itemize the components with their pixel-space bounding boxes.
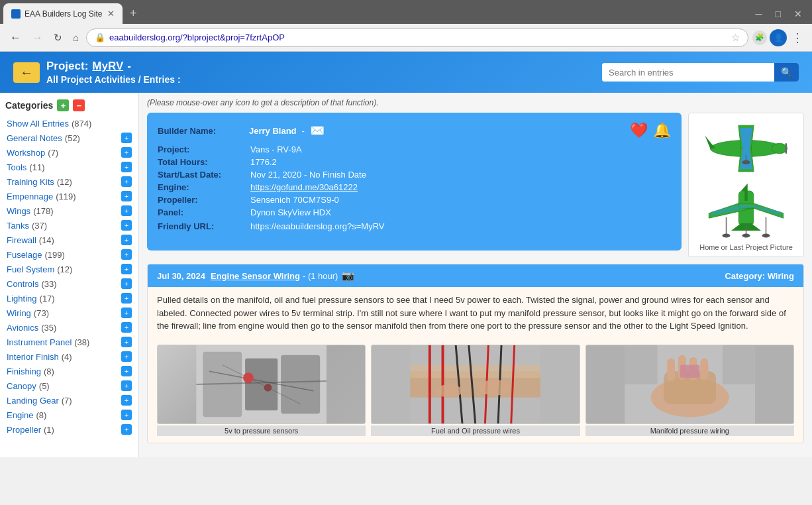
maximize-button[interactable]: □	[769, 3, 787, 25]
reload-button[interactable]: ↻	[50, 30, 66, 45]
sidebar-item-7: Tanks (37)+	[5, 218, 133, 233]
sidebar-add-btn-4[interactable]: +	[121, 176, 132, 187]
bookmark-icon[interactable]: ☆	[731, 32, 740, 44]
new-tab-button[interactable]: +	[125, 7, 142, 21]
sidebar-add-btn-1[interactable]: +	[121, 133, 132, 143]
builder-card: Builder Name: Jerry Bland - ✉️ ❤️ 🔔	[147, 113, 682, 251]
sidebar-item-link-11[interactable]: Controls	[7, 279, 38, 289]
sidebar-item-link-8[interactable]: Firewall	[7, 235, 36, 245]
photo-1-image[interactable]	[157, 345, 366, 424]
categories-add-button[interactable]: +	[57, 99, 69, 111]
tab-close-icon[interactable]: ✕	[107, 9, 115, 19]
sidebar-item-link-2[interactable]: Workshop	[7, 148, 45, 158]
sidebar-add-btn-7[interactable]: +	[121, 220, 132, 231]
sidebar-item-link-0[interactable]: Show All Entries	[7, 119, 69, 129]
sidebar-item-link-18[interactable]: Canopy	[7, 381, 36, 391]
sidebar-add-btn-6[interactable]: +	[121, 205, 132, 216]
sidebar-item-count-2: (7)	[48, 148, 58, 158]
sidebar-add-btn-20[interactable]: +	[121, 410, 132, 420]
sidebar-add-btn-3[interactable]: +	[121, 162, 132, 172]
sidebar-item-count-19: (7)	[62, 396, 72, 406]
sidebar-add-btn-9[interactable]: +	[121, 249, 132, 260]
sidebar-add-btn-17[interactable]: +	[121, 366, 132, 376]
sidebar-item-link-10[interactable]: Fuel System	[7, 264, 54, 274]
extension-icon[interactable]: 🧩	[752, 30, 767, 45]
svg-point-9	[742, 160, 750, 164]
sidebar-item-11: Controls (33)+	[5, 276, 133, 291]
categories-header: Categories + −	[5, 99, 133, 111]
sidebar-item-9: Fuselage (199)+	[5, 247, 133, 262]
sidebar-item-2: Workshop (7)+	[5, 145, 133, 160]
email-icon[interactable]: ✉️	[310, 123, 325, 138]
header-dash: -	[127, 60, 131, 73]
sidebar-item-3: Tools (11)+	[5, 160, 133, 174]
plane-top-view	[695, 119, 797, 178]
sidebar-item-10: Fuel System (12)+	[5, 262, 133, 276]
sidebar-item-link-9[interactable]: Fuselage	[7, 250, 42, 260]
engine-value[interactable]: https://gofund.me/30a61222	[250, 182, 358, 192]
sidebar-add-btn-5[interactable]: +	[121, 191, 132, 201]
hours-label: Total Hours:	[158, 157, 244, 167]
categories-remove-button[interactable]: −	[73, 99, 85, 111]
url-display[interactable]: eaabuilderslog.org/?blproject&proj=7fzrt…	[109, 32, 727, 42]
sidebar-add-btn-16[interactable]: +	[121, 351, 132, 362]
panel-label: Panel:	[158, 207, 244, 217]
sidebar-add-btn-2[interactable]: +	[121, 147, 132, 158]
browser-menu-icon[interactable]: ⋮	[789, 30, 805, 45]
back-button[interactable]: ←	[7, 30, 25, 46]
sidebar-item-count-18: (5)	[39, 381, 50, 391]
sidebar-item-link-20[interactable]: Engine	[7, 410, 33, 420]
svg-marker-17	[741, 184, 748, 191]
back-to-projects-button[interactable]: ←	[13, 62, 40, 83]
sidebar-add-btn-11[interactable]: +	[121, 278, 132, 289]
sidebar-item-link-6[interactable]: Wings	[7, 206, 30, 216]
sidebar-item-link-5[interactable]: Empennage	[7, 192, 53, 201]
url-value[interactable]: https://eaabuilderslog.org?s=MyRV	[250, 221, 384, 231]
search-input[interactable]	[602, 64, 774, 82]
sidebar-item-link-17[interactable]: Finishing	[7, 366, 41, 376]
header-title-block: Project: MyRV - All Project Activities /…	[46, 60, 181, 85]
bell-icon[interactable]: 🔔	[653, 122, 671, 139]
forward-button[interactable]: →	[28, 30, 46, 46]
sidebar-item-link-4[interactable]: Training Kits	[7, 177, 54, 187]
sidebar-add-btn-19[interactable]: +	[121, 395, 132, 406]
sidebar-item-link-19[interactable]: Landing Gear	[7, 396, 59, 406]
sidebar-item-link-21[interactable]: Propeller	[7, 425, 41, 435]
photo-3-image[interactable]	[585, 345, 794, 424]
plane-image-area: Home or Last Project Picture	[688, 113, 804, 257]
entry-title[interactable]: Engine Sensor Wiring	[211, 271, 300, 281]
sidebar-add-btn-8[interactable]: +	[121, 235, 132, 245]
search-button[interactable]: 🔍	[774, 63, 799, 82]
sidebar-add-btn-10[interactable]: +	[121, 264, 132, 274]
sidebar-item-link-13[interactable]: Wiring	[7, 308, 31, 318]
project-name-link[interactable]: MyRV	[92, 60, 123, 73]
home-button[interactable]: ⌂	[70, 30, 82, 44]
sidebar-add-btn-18[interactable]: +	[121, 380, 132, 391]
sidebar-add-btn-12[interactable]: +	[121, 293, 132, 304]
sidebar-add-btn-21[interactable]: +	[121, 424, 132, 435]
svg-marker-16	[744, 191, 748, 201]
photo-2-image[interactable]	[371, 345, 580, 424]
header-subtitle: All Project Activities / Entries :	[46, 74, 181, 85]
sidebar-item-link-3[interactable]: Tools	[7, 162, 26, 172]
sidebar-item-link-16[interactable]: Interior Finish	[7, 352, 59, 362]
sidebar-item-link-7[interactable]: Tanks	[7, 221, 29, 231]
sidebar-item-link-1[interactable]: General Notes	[7, 133, 62, 143]
sidebar-item-link-15[interactable]: Instrument Panel	[7, 337, 72, 347]
sidebar-item-16: Interior Finish (4)+	[5, 349, 133, 364]
heart-icon[interactable]: ❤️	[630, 122, 648, 139]
url-label: Friendly URL:	[158, 221, 244, 231]
close-window-button[interactable]: ✕	[787, 3, 809, 25]
active-tab[interactable]: EAA Builders Log Site ✕	[3, 3, 123, 24]
sidebar-item-link-14[interactable]: Avionics	[7, 323, 38, 333]
sidebar-add-btn-13[interactable]: +	[121, 308, 132, 318]
svg-point-19	[742, 234, 750, 238]
sidebar-add-btn-14[interactable]: +	[121, 322, 132, 333]
entry-category: Category: Wiring	[725, 271, 794, 281]
minimize-button[interactable]: ─	[749, 3, 769, 25]
sidebar-add-btn-15[interactable]: +	[121, 337, 132, 347]
profile-icon[interactable]: 👤	[770, 29, 787, 46]
sidebar-item-link-12[interactable]: Lighting	[7, 294, 37, 304]
header-left: ← Project: MyRV - All Project Activities…	[13, 60, 181, 85]
sidebar-item-count-7: (37)	[32, 221, 47, 231]
